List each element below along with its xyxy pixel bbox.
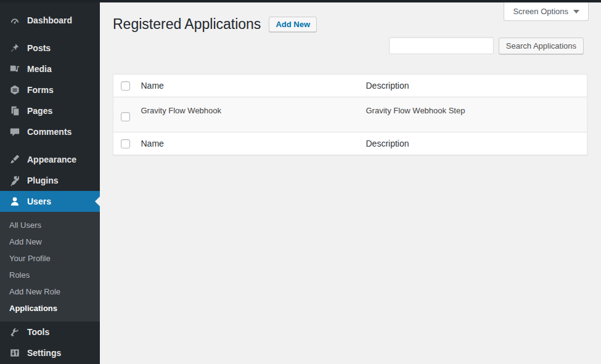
sidebar-item-label: Plugins — [27, 176, 59, 185]
sidebar-item-tools[interactable]: Tools — [0, 322, 100, 342]
wrench-icon — [9, 326, 21, 338]
sidebar-item-label: Appearance — [27, 155, 76, 164]
user-icon — [9, 195, 21, 208]
sidebar-item-settings[interactable]: Settings — [0, 342, 100, 363]
sidebar-item-label: Dashboard — [27, 15, 72, 25]
table-header-row: Name Description — [113, 75, 587, 97]
admin-sidebar: Dashboard Posts Media Forms Pages Commen… — [0, 0, 100, 364]
table-row: Gravity Flow Webhook Gravity Flow Webhoo… — [113, 97, 587, 132]
sidebar-item-label: Comments — [27, 127, 72, 137]
row-checkbox[interactable] — [121, 112, 130, 121]
applications-table: Name Description Gravity Flow Webhook Gr… — [113, 74, 587, 155]
sidebar-item-label: Forms — [27, 85, 54, 95]
sidebar-item-label: Pages — [27, 106, 52, 116]
dashboard-icon — [9, 14, 21, 26]
submenu-item-add-new-role[interactable]: Add New Role — [0, 283, 100, 300]
users-submenu: All Users Add New Your Profile Roles Add… — [0, 212, 100, 322]
application-name[interactable]: Gravity Flow Webhook — [141, 97, 366, 132]
table-footer-row: Name Description — [113, 132, 587, 155]
search-applications-button[interactable]: Search Applications — [499, 38, 584, 54]
sliders-icon — [9, 347, 21, 359]
sidebar-item-pages[interactable]: Pages — [0, 100, 100, 121]
sidebar-item-media[interactable]: Media — [0, 59, 100, 79]
screen-options-tab[interactable]: Screen Options — [504, 2, 589, 21]
sidebar-item-appearance[interactable]: Appearance — [0, 149, 100, 170]
add-new-button[interactable]: Add New — [269, 17, 317, 32]
menu-separator — [0, 142, 100, 149]
sidebar-item-users[interactable]: Users — [0, 191, 100, 212]
sidebar-item-label: Settings — [27, 348, 61, 358]
footer-column-name: Name — [141, 132, 366, 155]
chevron-down-icon — [573, 10, 579, 14]
screen-options-label: Screen Options — [513, 7, 568, 16]
submenu-item-add-new[interactable]: Add New — [0, 233, 100, 250]
sidebar-item-label: Users — [27, 196, 51, 206]
admin-bar-remnant — [0, 0, 601, 2]
submenu-item-your-profile[interactable]: Your Profile — [0, 250, 100, 267]
sidebar-item-label: Media — [27, 64, 52, 74]
select-all-checkbox[interactable] — [121, 81, 130, 91]
admin-content: Screen Options Registered Applications A… — [100, 2, 601, 364]
menu-separator — [0, 31, 100, 38]
search-input[interactable] — [389, 37, 494, 54]
application-description: Gravity Flow Webhook Step — [366, 97, 587, 132]
column-header-name: Name — [141, 75, 366, 97]
sidebar-item-label: Posts — [27, 43, 51, 53]
sidebar-item-comments[interactable]: Comments — [0, 121, 100, 142]
sidebar-item-posts[interactable]: Posts — [0, 38, 100, 59]
sidebar-item-dashboard[interactable]: Dashboard — [0, 10, 100, 31]
select-all-checkbox-footer[interactable] — [121, 139, 130, 148]
comment-icon — [9, 126, 21, 138]
media-icon — [9, 63, 21, 75]
column-header-description: Description — [366, 75, 587, 97]
page-title: Registered Applications — [113, 16, 261, 33]
sidebar-item-plugins[interactable]: Plugins — [0, 170, 100, 191]
submenu-item-applications[interactable]: Applications — [0, 300, 100, 317]
submenu-item-roles[interactable]: Roles — [0, 267, 100, 283]
submenu-item-all-users[interactable]: All Users — [0, 217, 100, 233]
pages-icon — [9, 105, 21, 117]
sidebar-item-forms[interactable]: Forms — [0, 79, 100, 100]
brush-icon — [9, 153, 21, 166]
plug-icon — [9, 174, 21, 187]
sidebar-item-label: Tools — [27, 327, 49, 337]
footer-column-description: Description — [366, 132, 587, 155]
gravity-forms-icon — [9, 84, 21, 96]
pushpin-icon — [9, 42, 21, 54]
